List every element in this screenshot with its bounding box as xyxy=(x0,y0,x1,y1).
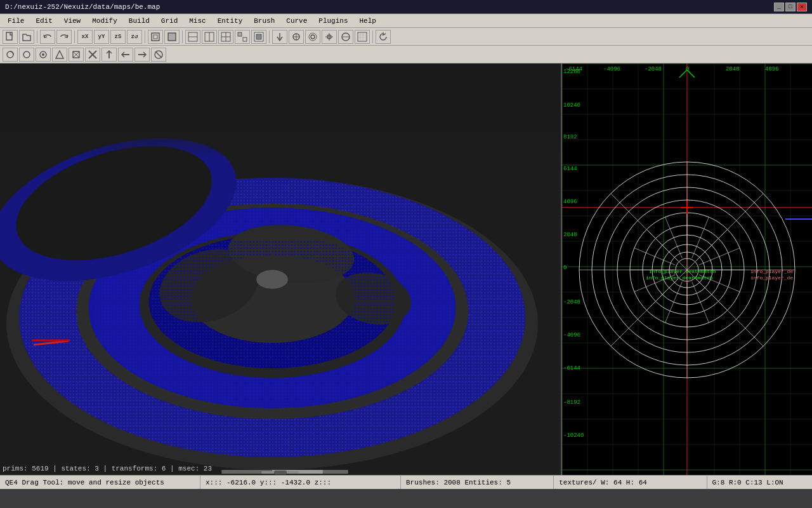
svg-rect-3 xyxy=(168,33,176,41)
tool-label: QE4 Drag Tool: move and resize objects xyxy=(5,479,164,486)
svg-rect-11 xyxy=(238,32,242,36)
menu-curve[interactable]: Curve xyxy=(281,15,312,27)
refresh-button[interactable] xyxy=(376,30,391,44)
menu-view[interactable]: View xyxy=(59,15,86,27)
main-area: prims: 5619 | states: 3 | transforms: 6 … xyxy=(0,64,812,475)
sel-mode3[interactable] xyxy=(218,30,233,44)
toolbar-1: xX yY zS z↺ xyxy=(0,28,812,46)
sel-mode1[interactable] xyxy=(185,30,200,44)
menu-file[interactable]: File xyxy=(3,15,29,27)
menu-build[interactable]: Build xyxy=(124,15,155,27)
grid-label: G:8 R:0 C:13 L:ON xyxy=(712,479,783,486)
3d-canvas xyxy=(0,64,561,475)
svg-point-30 xyxy=(42,53,44,56)
gear-button1[interactable] xyxy=(305,30,320,44)
mode-btn2[interactable] xyxy=(19,48,34,62)
zflip-button[interactable]: zS xyxy=(110,30,126,44)
textures-status: textures/ W: 64 H: 64 xyxy=(554,476,707,489)
sep2 xyxy=(74,30,75,43)
menu-help[interactable]: Help xyxy=(355,15,381,27)
toolbar-2 xyxy=(0,46,812,64)
mode-btn6[interactable] xyxy=(85,48,100,62)
mode-btn3[interactable] xyxy=(36,48,51,62)
sep1 xyxy=(37,30,37,43)
redo-button[interactable] xyxy=(56,30,72,44)
yflip-button[interactable]: yY xyxy=(94,30,109,44)
sel-mode5[interactable] xyxy=(251,30,266,44)
coords-status: x::: -6216.0 y::: -1432.0 z::: xyxy=(200,476,401,489)
undo-button[interactable] xyxy=(40,30,55,44)
menu-edit[interactable]: Edit xyxy=(30,15,57,27)
status-bar: QE4 Drag Tool: move and resize objects x… xyxy=(0,475,812,489)
maximize-button[interactable]: □ xyxy=(785,3,796,11)
svg-rect-26 xyxy=(358,32,367,41)
svg-line-41 xyxy=(155,51,162,58)
mode-btn5[interactable] xyxy=(69,48,84,62)
rotate-button[interactable]: z↺ xyxy=(127,30,142,44)
sep4 xyxy=(182,30,183,43)
menu-brush[interactable]: Brush xyxy=(249,15,280,27)
sel-mode4[interactable] xyxy=(235,30,250,44)
open-button[interactable] xyxy=(19,30,34,44)
xflip-button[interactable]: xX xyxy=(77,30,93,44)
grid-status: G:8 R:0 C:13 L:ON xyxy=(707,476,813,489)
scroll-indicator xyxy=(261,470,299,475)
menu-grid[interactable]: Grid xyxy=(156,15,183,27)
close-button[interactable]: ✕ xyxy=(797,3,807,11)
csg-hollow[interactable] xyxy=(148,30,163,44)
arrow-button[interactable] xyxy=(272,30,287,44)
menu-misc[interactable]: Misc xyxy=(184,15,211,27)
minimize-button[interactable]: _ xyxy=(774,3,784,11)
red-line-indicator xyxy=(32,336,76,345)
new-button[interactable] xyxy=(3,30,18,44)
textures-label: textures/ W: 64 H: 64 xyxy=(559,479,647,486)
csg-solid[interactable] xyxy=(164,30,180,44)
svg-rect-44 xyxy=(274,471,287,474)
mode-btn7[interactable] xyxy=(102,48,117,62)
title-bar: D:/nexuiz-252/Nexuiz/data/maps/be.map _ … xyxy=(0,0,812,14)
svg-point-20 xyxy=(309,33,317,41)
mode-btn9[interactable] xyxy=(134,48,150,62)
sep6 xyxy=(372,30,373,43)
svg-rect-14 xyxy=(256,34,261,39)
gear-button2[interactable] xyxy=(322,30,337,44)
tool-status: QE4 Drag Tool: move and resize objects xyxy=(0,476,200,489)
svg-point-19 xyxy=(311,35,315,39)
sel-mode2[interactable] xyxy=(202,30,217,44)
svg-rect-0 xyxy=(6,32,12,40)
circle-button[interactable] xyxy=(338,30,353,44)
coords-label: x::: -6216.0 y::: -1432.0 z::: xyxy=(206,479,331,486)
brushes-status: Brushes: 2008 Entities: 5 xyxy=(401,476,554,489)
brushes-label: Brushes: 2008 Entities: 5 xyxy=(406,479,511,486)
sep3 xyxy=(145,30,145,43)
window-title: D:/nexuiz-252/Nexuiz/data/maps/be.map xyxy=(5,3,160,11)
mode-btn4[interactable] xyxy=(52,48,67,62)
mode-btn10[interactable] xyxy=(151,48,166,62)
menu-modify[interactable]: Modify xyxy=(87,15,122,27)
svg-rect-2 xyxy=(154,35,157,39)
connect-button[interactable] xyxy=(289,30,304,44)
menu-entity[interactable]: Entity xyxy=(213,15,248,27)
viewport-3d[interactable]: prims: 5619 | states: 3 | transforms: 6 … xyxy=(0,64,562,475)
menu-plugins[interactable]: Plugins xyxy=(313,15,353,27)
menu-bar: File Edit View Modify Build Grid Misc En… xyxy=(0,14,812,28)
svg-rect-12 xyxy=(243,37,247,41)
mode-btn8[interactable] xyxy=(118,48,133,62)
2d-canvas xyxy=(562,64,812,475)
svg-marker-31 xyxy=(56,51,63,58)
viewport-2d[interactable] xyxy=(562,64,812,475)
svg-point-28 xyxy=(23,51,30,58)
window-controls[interactable]: _ □ ✕ xyxy=(774,3,807,11)
texture-button[interactable] xyxy=(355,30,370,44)
sep5 xyxy=(269,30,270,43)
svg-rect-1 xyxy=(152,33,159,41)
viewport-3d-status: prims: 5619 | states: 3 | transforms: 6 … xyxy=(3,465,212,472)
mode-btn1[interactable] xyxy=(3,48,18,62)
